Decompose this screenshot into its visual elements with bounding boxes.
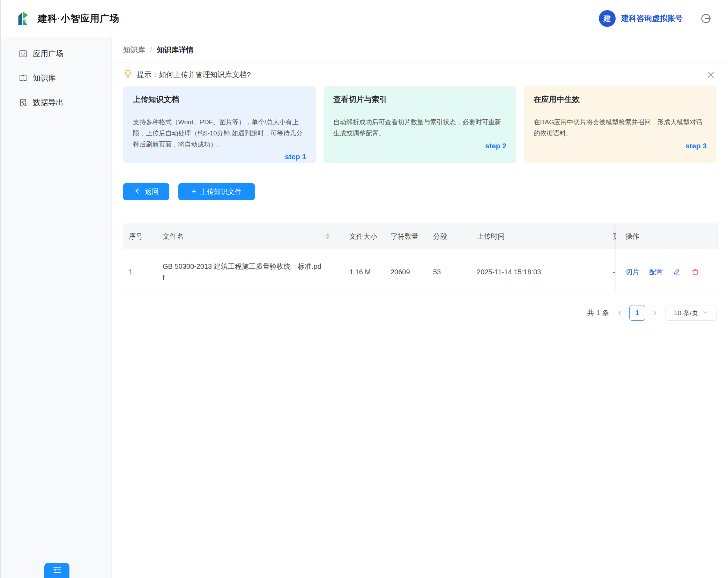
slice-link[interactable]: 切片	[625, 267, 639, 277]
pagination: 共 1 条 1 10 条/页	[112, 305, 716, 321]
lightbulb-icon	[123, 69, 133, 80]
sidebar: 应用广场 知识库 数据导出	[1, 37, 112, 578]
sidebar-item-label: 知识库	[33, 73, 56, 83]
back-button[interactable]: 返回	[123, 183, 169, 200]
breadcrumb-parent[interactable]: 知识库	[123, 45, 145, 55]
fixed-actions-column: 操作 切片 配置	[616, 223, 719, 295]
cell-chars: 20609	[385, 268, 428, 276]
col-header-actions: 操作	[616, 223, 719, 249]
step-card-title: 在应用中生效	[534, 94, 707, 111]
sidebar-collapse-button[interactable]	[44, 563, 69, 578]
logout-icon[interactable]	[700, 13, 711, 24]
config-link[interactable]: 配置	[649, 267, 663, 277]
step-label: step 2	[333, 142, 506, 150]
cell-segments: 53	[428, 268, 471, 276]
page-number-button[interactable]: 1	[629, 305, 645, 321]
upload-button-label: 上传知识文件	[200, 187, 242, 197]
step-label: step 3	[534, 142, 707, 150]
app-title: 建科·小智应用广场	[38, 12, 119, 25]
step-card-body: 支持多种格式（Word、PDF、图片等），单个/总大小有上限，上传后自动处理（约…	[133, 117, 306, 150]
col-header-index: 序号	[123, 232, 157, 241]
step-card-slices: 查看切片与索引 自动解析成功后可查看切片数量与索引状态，必要时可重新生成或调整配…	[324, 86, 516, 163]
step-card-title: 上传知识文档	[133, 94, 306, 111]
edit-icon[interactable]	[673, 268, 681, 276]
sidebar-item-label: 数据导出	[33, 97, 64, 108]
cell-uploaded: 2025-11-14 15:18:03	[471, 268, 607, 276]
row-actions: 切片 配置	[616, 249, 719, 295]
arrow-left-icon	[134, 187, 141, 197]
step-card-rag: 在应用中生效 在RAG应用中切片将会被模型检索并召回，形成大模型对话的依据语料。…	[524, 86, 716, 163]
back-button-label: 返回	[145, 187, 159, 197]
app-plaza-icon	[18, 49, 28, 58]
plus-icon: +	[191, 187, 196, 195]
col-header-filename-label: 文件名	[163, 232, 184, 240]
header-account-area: 建 建科咨询虚拟账号	[599, 10, 711, 27]
sort-icon[interactable]	[326, 234, 330, 239]
col-header-uploaded: 上传时间	[471, 232, 607, 241]
toolbar: 返回 + 上传知识文件	[112, 183, 728, 200]
main-content: 知识库 / 知识库详情 提示：如何上传并管理知识库文档? 上传知识文档 支持	[112, 37, 728, 578]
avatar[interactable]: 建	[599, 10, 616, 27]
step-label: step 1	[133, 153, 306, 161]
col-header-chars: 字符数量	[385, 232, 428, 241]
brand: 建科·小智应用广场	[15, 10, 119, 27]
data-export-icon	[18, 98, 28, 107]
tip-text: 提示：如何上传并管理知识库文档?	[137, 70, 251, 80]
upload-file-button[interactable]: + 上传知识文件	[178, 183, 255, 200]
screen-edge	[0, 0, 1, 578]
step-card-body: 自动解析成功后可查看切片数量与索引状态，必要时可重新生成或调整配置。	[333, 117, 506, 139]
cell-filename: GB 50300-2013 建筑工程施工质量验收统一标准.pdf	[157, 261, 344, 283]
close-icon[interactable]	[706, 70, 715, 79]
delete-icon[interactable]	[691, 268, 699, 276]
breadcrumb: 知识库 / 知识库详情	[112, 37, 728, 63]
cell-index: 1	[123, 268, 157, 276]
next-page-icon[interactable]	[652, 310, 658, 316]
app-logo-icon	[15, 10, 31, 27]
step-cards: 上传知识文档 支持多种格式（Word、PDF、图片等），单个/总大小有上限，上传…	[112, 86, 728, 163]
collapse-sidebar-icon	[52, 565, 62, 576]
step-card-title: 查看切片与索引	[333, 94, 506, 111]
step-card-body: 在RAG应用中切片将会被模型检索并召回，形成大模型对话的依据语料。	[534, 117, 707, 139]
sidebar-item-label: 应用广场	[33, 49, 64, 59]
breadcrumb-separator: /	[150, 46, 152, 54]
step-card-upload: 上传知识文档 支持多种格式（Word、PDF、图片等），单个/总大小有上限，上传…	[123, 86, 316, 163]
col-header-filename[interactable]: 文件名	[157, 231, 344, 242]
col-header-segments: 分段	[428, 232, 471, 241]
account-name[interactable]: 建科咨询虚拟账号	[621, 13, 683, 24]
top-header: 建科·小智应用广场 建 建科咨询虚拟账号	[0, 0, 728, 37]
breadcrumb-current: 知识库详情	[157, 45, 194, 55]
sidebar-item-data-export[interactable]: 数据导出	[1, 90, 111, 115]
page-size-select[interactable]: 10 条/页	[666, 305, 716, 321]
page-size-value: 10 条/页	[674, 309, 698, 318]
prev-page-icon[interactable]	[617, 310, 623, 316]
sidebar-item-app-plaza[interactable]: 应用广场	[1, 42, 111, 66]
tip-bar: 提示：如何上传并管理知识库文档?	[112, 63, 728, 86]
cell-size: 1.16 M	[344, 268, 385, 276]
pagination-total: 共 1 条	[587, 308, 609, 318]
col-header-size: 文件大小	[344, 232, 385, 241]
chevron-down-icon	[703, 309, 708, 317]
knowledge-base-icon	[18, 74, 28, 83]
sidebar-item-knowledge-base[interactable]: 知识库	[1, 66, 111, 90]
files-table: 序号 文件名 文件大小 字符数量 分段 上传时间 更 1 GB 50300-20…	[123, 223, 719, 295]
